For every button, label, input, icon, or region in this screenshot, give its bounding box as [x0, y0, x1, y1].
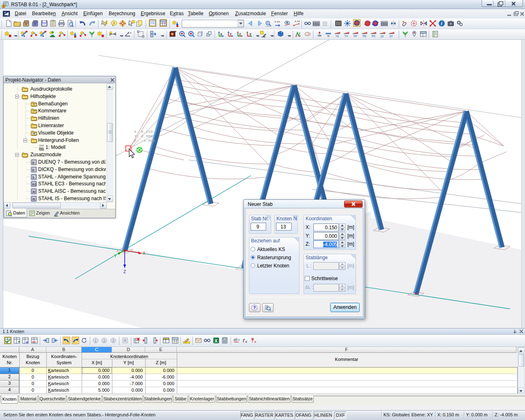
svg-text:py: py	[381, 34, 384, 38]
svg-text:Vy: Vy	[336, 34, 339, 38]
svg-text:Z: -4.005: Z: -4.005	[134, 139, 155, 143]
svg-text:Vz: Vz	[345, 34, 348, 37]
svg-text:S: S	[32, 176, 34, 179]
svg-text:=: =	[238, 338, 240, 342]
svg-text:X.XX: X.XX	[128, 32, 132, 34]
svg-text:-Y: -Y	[249, 33, 251, 36]
svg-text:D: D	[32, 169, 34, 171]
svg-text:X.XX: X.XX	[274, 21, 280, 23]
svg-text:N: N	[327, 34, 329, 37]
svg-text:Z: Z	[123, 269, 126, 274]
svg-text:AI: AI	[32, 190, 35, 193]
svg-text:Y: Y	[230, 33, 232, 36]
svg-text:?: ?	[253, 305, 256, 310]
svg-text:EC: EC	[32, 183, 37, 186]
svg-text:Z: Z	[239, 33, 241, 36]
svg-text:f: f	[252, 338, 254, 344]
svg-text:x: x	[254, 340, 256, 344]
svg-text:2: 2	[103, 339, 105, 343]
svg-text:Mz: Mz	[372, 34, 376, 37]
svg-text:DXF: DXF	[39, 144, 44, 147]
svg-text:D: D	[32, 161, 34, 164]
svg-text:X: X	[143, 251, 146, 256]
svg-text:8: 8	[3, 5, 5, 8]
svg-text:3: 3	[112, 339, 114, 343]
svg-text:ab: ab	[233, 338, 237, 342]
svg-text:Y: 0.000: Y: 0.000	[134, 134, 153, 139]
svg-text:IS: IS	[32, 198, 35, 201]
svg-text:X: 0.150: X: 0.150	[134, 130, 153, 134]
svg-text:pz: pz	[390, 34, 393, 38]
svg-text:My: My	[363, 34, 367, 38]
svg-text:f: f	[243, 338, 245, 344]
svg-text:X: X	[215, 338, 218, 343]
svg-text:Mт: Mт	[354, 34, 358, 37]
svg-text:1: 1	[94, 339, 96, 343]
svg-text:Y: Y	[114, 254, 117, 258]
svg-text:X: X	[220, 33, 222, 36]
svg-text:x: x	[245, 340, 247, 344]
svg-text:X.XX: X.XX	[294, 20, 300, 23]
